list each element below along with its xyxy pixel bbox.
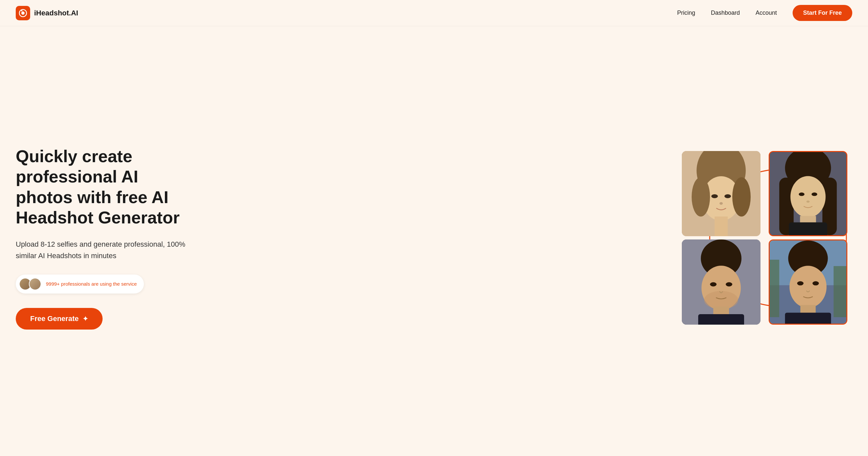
photo-person-2 — [770, 152, 846, 235]
photo-person-3 — [682, 239, 761, 325]
svg-point-25 — [704, 291, 738, 309]
svg-point-11 — [719, 202, 723, 205]
svg-rect-32 — [770, 260, 779, 318]
logo-icon — [16, 6, 30, 20]
nav-cta-button[interactable]: Start For Free — [793, 5, 852, 21]
nav-link-dashboard[interactable]: Dashboard — [711, 9, 740, 17]
social-proof-badge: 9999+ professionals are using the servic… — [16, 274, 144, 294]
svg-point-9 — [711, 194, 718, 198]
navbar: iHeadshot.AI Pricing Dashboard Account S… — [0, 0, 868, 26]
svg-point-19 — [799, 193, 805, 196]
logo-area[interactable]: iHeadshot.AI — [16, 6, 78, 20]
svg-point-29 — [726, 282, 732, 287]
photo-card-4 — [769, 239, 847, 325]
svg-point-10 — [724, 194, 731, 198]
face-3 — [682, 239, 761, 325]
svg-point-35 — [789, 266, 826, 308]
photo-grid — [682, 151, 852, 325]
hero-subtitle: Upload 8-12 selfies and generate profess… — [16, 238, 199, 261]
logo-text: iHeadshot.AI — [34, 9, 78, 18]
svg-rect-18 — [789, 222, 827, 235]
photo-card-2 — [769, 151, 847, 236]
photo-card-3 — [682, 239, 761, 325]
nav-link-pricing[interactable]: Pricing — [677, 9, 695, 17]
photo-person-4 — [770, 240, 846, 324]
hero-section: Quickly create professional AI photos wi… — [0, 26, 868, 456]
svg-point-21 — [806, 200, 810, 203]
svg-rect-27 — [698, 314, 744, 325]
sparkle-icon: ✦ — [83, 315, 88, 323]
svg-point-20 — [812, 193, 817, 196]
svg-rect-33 — [834, 266, 846, 317]
photo-person-1 — [682, 151, 761, 236]
svg-point-7 — [692, 177, 710, 217]
svg-point-1 — [21, 11, 25, 15]
svg-point-38 — [797, 282, 804, 286]
svg-point-39 — [813, 282, 819, 286]
social-proof-text: 9999+ professionals are using the servic… — [46, 281, 137, 287]
hero-title: Quickly create professional AI photos wi… — [16, 146, 199, 228]
photo-card-1 — [682, 151, 761, 236]
svg-rect-37 — [785, 313, 831, 324]
svg-point-8 — [732, 177, 751, 217]
nav-link-account[interactable]: Account — [755, 9, 777, 17]
cta-button-label: Free Generate — [30, 315, 79, 323]
svg-point-28 — [710, 282, 717, 287]
face-1 — [682, 151, 761, 236]
free-generate-button[interactable]: Free Generate ✦ — [16, 308, 102, 330]
avatar-group — [19, 278, 41, 290]
face-4 — [770, 240, 846, 324]
svg-point-16 — [790, 176, 826, 218]
face-2 — [770, 152, 846, 235]
hero-image-area — [682, 143, 852, 333]
hero-left: Quickly create professional AI photos wi… — [16, 146, 212, 330]
svg-rect-6 — [715, 217, 728, 236]
avatar-2 — [29, 278, 41, 290]
svg-rect-2 — [21, 10, 22, 11]
nav-links: Pricing Dashboard Account Start For Free — [677, 5, 852, 21]
